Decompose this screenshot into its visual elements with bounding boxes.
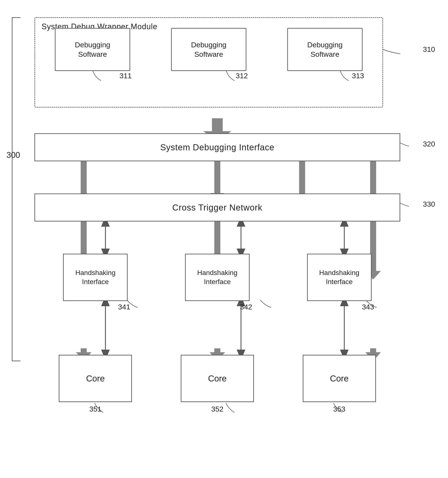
svg-rect-7 bbox=[299, 161, 305, 194]
diagram-container: 300 System Debug Wrapper Module 310 Debu… bbox=[0, 0, 448, 478]
debug-software-box-1: DebuggingSoftware 311 bbox=[55, 28, 130, 71]
handshaking-row: HandshakingInterface 341 HandshakingInte… bbox=[34, 254, 400, 301]
svg-rect-5 bbox=[81, 161, 87, 194]
debug-software-number-2: 312 bbox=[236, 72, 248, 80]
cross-trigger-network-label: Cross Trigger Network bbox=[172, 203, 262, 213]
core-box-3: Core 353 bbox=[303, 355, 376, 402]
core-label-1: Core bbox=[86, 374, 105, 384]
handshaking-number-2: 342 bbox=[240, 303, 252, 311]
debug-software-number-3: 313 bbox=[352, 72, 364, 80]
core-number-3: 353 bbox=[333, 405, 345, 413]
handshaking-label-1: HandshakingInterface bbox=[75, 268, 115, 286]
core-label-3: Core bbox=[330, 374, 349, 384]
core-number-2: 352 bbox=[211, 405, 224, 413]
debug-software-row: DebuggingSoftware 311 DebuggingSoftware … bbox=[34, 28, 383, 71]
svg-rect-8 bbox=[370, 161, 376, 194]
handshaking-box-2: HandshakingInterface 342 bbox=[185, 254, 250, 301]
debug-software-label-2: DebuggingSoftware bbox=[191, 40, 226, 59]
handshaking-number-1: 341 bbox=[118, 303, 130, 311]
handshaking-number-3: 343 bbox=[362, 303, 374, 311]
debug-software-box-2: DebuggingSoftware 312 bbox=[171, 28, 246, 71]
svg-rect-6 bbox=[214, 161, 220, 194]
core-box-2: Core 352 bbox=[181, 355, 254, 402]
system-debugging-interface: System Debugging Interface bbox=[34, 133, 400, 161]
core-number-1: 351 bbox=[89, 405, 102, 413]
bracket-300 bbox=[12, 17, 20, 361]
core-box-1: Core 351 bbox=[59, 355, 132, 402]
system-debugging-interface-label: System Debugging Interface bbox=[160, 143, 275, 152]
cross-trigger-network: Cross Trigger Network bbox=[34, 194, 400, 221]
core-label-2: Core bbox=[208, 374, 227, 384]
label-330: 330 bbox=[423, 200, 435, 208]
core-row: Core 351 Core 352 Core 353 bbox=[34, 355, 400, 402]
handshaking-box-1: HandshakingInterface 341 bbox=[63, 254, 128, 301]
label-300: 300 bbox=[6, 151, 20, 160]
label-320: 320 bbox=[423, 140, 435, 148]
debug-software-label-1: DebuggingSoftware bbox=[75, 40, 110, 59]
handshaking-label-2: HandshakingInterface bbox=[197, 268, 237, 286]
handshaking-label-3: HandshakingInterface bbox=[319, 268, 359, 286]
debug-software-number-1: 311 bbox=[119, 72, 132, 80]
debug-software-label-3: DebuggingSoftware bbox=[307, 40, 343, 59]
label-310: 310 bbox=[423, 45, 435, 54]
handshaking-box-3: HandshakingInterface 343 bbox=[307, 254, 372, 301]
debug-software-box-3: DebuggingSoftware 313 bbox=[287, 28, 363, 71]
